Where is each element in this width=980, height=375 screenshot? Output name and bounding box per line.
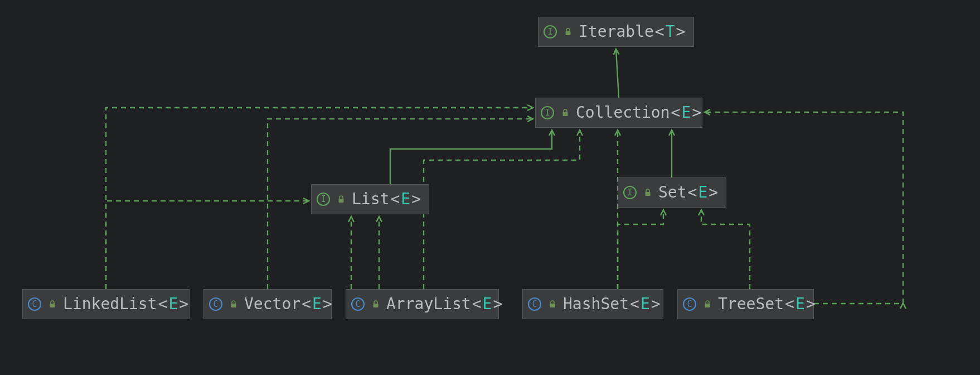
uml-node-arraylist[interactable]: CArrayList<E>	[346, 289, 499, 319]
interface-icon: I	[316, 192, 331, 206]
lock-icon	[371, 299, 381, 309]
uml-node-list[interactable]: IList<E>	[311, 184, 429, 214]
svg-rect-2	[566, 31, 571, 35]
uml-node-vector[interactable]: CVector<E>	[203, 289, 332, 319]
svg-rect-8	[339, 199, 344, 203]
edge	[424, 130, 580, 289]
interface-icon: I	[623, 185, 637, 200]
svg-rect-11	[646, 192, 651, 196]
uml-node-treeset[interactable]: CTreeSet<E>	[677, 289, 814, 319]
lock-icon	[702, 299, 712, 309]
type-label: List<E>	[352, 191, 422, 207]
lock-icon	[560, 108, 570, 118]
uml-node-iterable[interactable]: IIterable<T>	[538, 17, 694, 47]
svg-text:C: C	[532, 299, 537, 309]
edge	[106, 201, 309, 289]
interface-icon: I	[540, 105, 555, 120]
svg-rect-5	[563, 112, 568, 116]
edge	[705, 112, 903, 304]
svg-text:I: I	[321, 194, 326, 204]
lock-icon	[336, 194, 346, 204]
svg-text:I: I	[627, 188, 632, 198]
svg-text:C: C	[32, 299, 37, 309]
type-label: Iterable<T>	[579, 24, 686, 40]
type-label: Collection<E>	[576, 105, 702, 121]
svg-text:C: C	[355, 299, 360, 309]
svg-rect-23	[550, 304, 555, 307]
svg-rect-26	[705, 304, 710, 307]
edge	[701, 210, 750, 289]
lock-icon	[563, 27, 573, 37]
uml-node-collection[interactable]: ICollection<E>	[535, 98, 702, 128]
edge	[814, 303, 903, 304]
type-label: TreeSet<E>	[718, 296, 817, 312]
svg-text:I: I	[545, 108, 550, 118]
class-icon: C	[351, 297, 365, 311]
svg-rect-20	[373, 304, 379, 307]
uml-node-hashset[interactable]: CHashSet<E>	[522, 289, 663, 319]
lock-icon	[229, 299, 239, 309]
class-icon: C	[27, 297, 42, 311]
lock-icon	[547, 299, 557, 309]
interface-icon: I	[543, 25, 557, 39]
uml-node-linkedlist[interactable]: CLinkedList<E>	[22, 289, 190, 319]
lock-icon	[643, 188, 653, 198]
uml-node-set[interactable]: ISet<E>	[618, 177, 726, 208]
class-icon: C	[527, 297, 542, 311]
edge	[618, 210, 663, 289]
svg-rect-17	[231, 304, 236, 307]
svg-rect-14	[50, 304, 55, 307]
svg-text:C: C	[687, 299, 692, 309]
edge	[616, 49, 619, 98]
edge	[390, 130, 552, 184]
class-icon: C	[682, 297, 697, 311]
svg-text:C: C	[213, 299, 218, 309]
class-icon: C	[208, 297, 223, 311]
type-label: LinkedList<E>	[63, 296, 190, 312]
type-label: ArrayList<E>	[386, 296, 503, 312]
type-label: HashSet<E>	[563, 296, 662, 312]
type-label: Set<E>	[658, 185, 719, 200]
lock-icon	[47, 299, 57, 309]
type-label: Vector<E>	[244, 296, 333, 312]
svg-text:I: I	[547, 27, 552, 37]
